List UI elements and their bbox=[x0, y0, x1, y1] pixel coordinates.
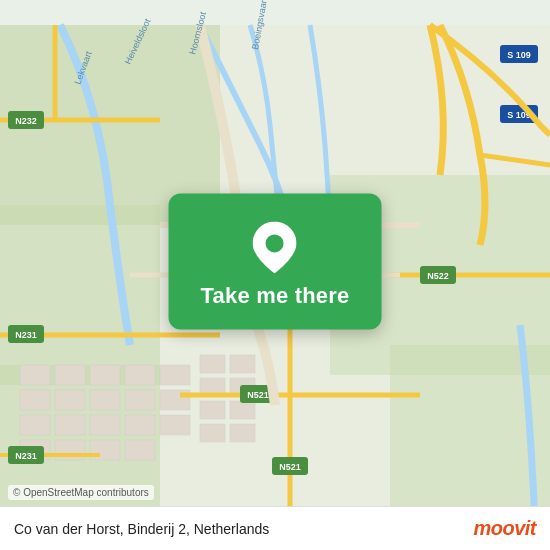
svg-rect-15 bbox=[55, 415, 85, 435]
svg-rect-17 bbox=[125, 415, 155, 435]
svg-text:N521: N521 bbox=[279, 462, 301, 472]
svg-rect-8 bbox=[90, 365, 120, 385]
svg-rect-12 bbox=[90, 390, 120, 410]
bottom-bar: Co van der Horst, Binderij 2, Netherland… bbox=[0, 506, 550, 550]
svg-rect-2 bbox=[0, 205, 160, 385]
svg-rect-13 bbox=[125, 390, 155, 410]
map-container: N232 N231 N231 N521 N521 N522 S 109 S 10… bbox=[0, 0, 550, 550]
svg-rect-31 bbox=[200, 424, 225, 442]
svg-rect-25 bbox=[200, 355, 225, 373]
svg-rect-32 bbox=[230, 424, 255, 442]
svg-rect-14 bbox=[20, 415, 50, 435]
osm-attribution: © OpenStreetMap contributors bbox=[8, 485, 154, 500]
svg-text:S 109: S 109 bbox=[507, 50, 531, 60]
location-pin-icon bbox=[253, 221, 297, 273]
svg-rect-7 bbox=[55, 365, 85, 385]
svg-text:N522: N522 bbox=[427, 271, 449, 281]
svg-text:N232: N232 bbox=[15, 116, 37, 126]
svg-rect-11 bbox=[55, 390, 85, 410]
svg-point-53 bbox=[266, 234, 284, 252]
address-text: Co van der Horst, Binderij 2, Netherland… bbox=[14, 521, 269, 537]
svg-rect-9 bbox=[125, 365, 155, 385]
take-me-there-label: Take me there bbox=[201, 283, 350, 309]
take-me-there-button[interactable]: Take me there bbox=[169, 193, 382, 329]
svg-rect-24 bbox=[160, 415, 190, 435]
svg-rect-22 bbox=[160, 365, 190, 385]
svg-rect-21 bbox=[125, 440, 155, 460]
svg-text:N231: N231 bbox=[15, 330, 37, 340]
moovit-logo: moovit bbox=[473, 517, 536, 540]
svg-rect-6 bbox=[20, 365, 50, 385]
svg-rect-10 bbox=[20, 390, 50, 410]
svg-text:N521: N521 bbox=[247, 390, 269, 400]
moovit-logo-text: moovit bbox=[473, 517, 536, 540]
svg-rect-16 bbox=[90, 415, 120, 435]
svg-rect-29 bbox=[200, 401, 225, 419]
svg-text:N231: N231 bbox=[15, 451, 37, 461]
svg-rect-30 bbox=[230, 401, 255, 419]
svg-rect-26 bbox=[230, 355, 255, 373]
